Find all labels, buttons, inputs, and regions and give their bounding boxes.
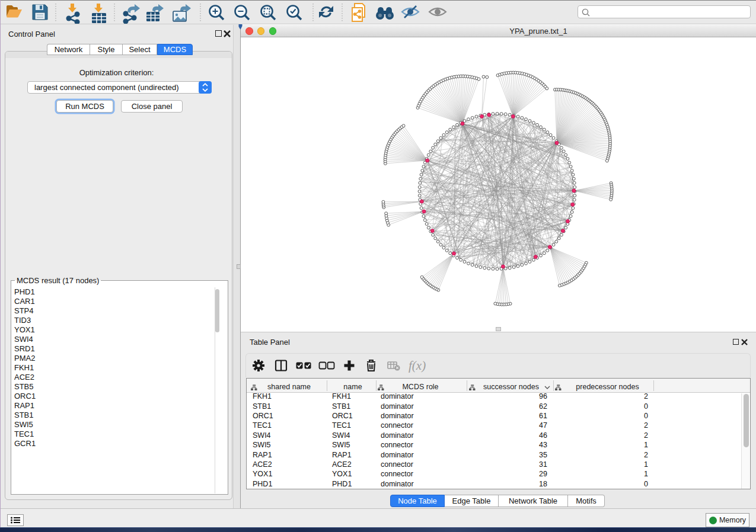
svg-text:f(x): f(x)	[409, 358, 426, 373]
